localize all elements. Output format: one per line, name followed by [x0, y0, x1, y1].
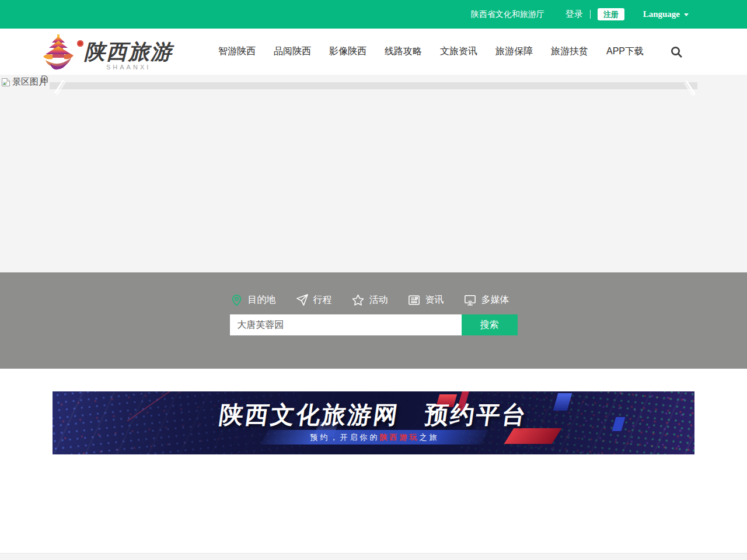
tab-activities[interactable]: 活动: [351, 293, 388, 307]
top-utility-bar: 陕西省文化和旅游厅 登录 注册 Language: [0, 0, 747, 29]
paper-plane-icon: [295, 293, 309, 307]
red-seal-icon: [77, 40, 83, 47]
nav-item-read-shaanxi[interactable]: 品阅陕西: [274, 46, 311, 58]
hero-carousel: 景区图片: [0, 75, 747, 272]
nav-item-images[interactable]: 影像陕西: [329, 46, 366, 58]
tab-news[interactable]: 资讯: [407, 293, 444, 307]
logo-text: 陕西旅游 SHAANXI: [84, 33, 173, 71]
tab-label: 目的地: [248, 294, 276, 306]
mini-broken-image-icon: [41, 75, 48, 83]
banner-title: 陕西文化旅游网 预约平台: [53, 399, 694, 431]
tab-itinerary[interactable]: 行程: [295, 293, 332, 307]
tab-label: 行程: [313, 294, 332, 306]
language-selector[interactable]: Language: [643, 9, 689, 19]
chevron-down-icon: [684, 13, 689, 16]
destination-search-panel: 目的地 行程 活动: [0, 272, 747, 369]
nav-item-poverty-relief[interactable]: 旅游扶贫: [551, 46, 588, 58]
footer-strip: [0, 553, 747, 560]
nav-item-app-download[interactable]: APP下载: [606, 46, 644, 58]
subtitle-prefix: 预约，开启你的: [310, 433, 380, 442]
tab-destination[interactable]: 目的地: [230, 293, 276, 307]
pagoda-logo-icon: [41, 33, 76, 71]
broken-image-icon: [1, 78, 11, 87]
search-button[interactable]: 搜索: [462, 314, 518, 335]
monitor-icon: [463, 293, 477, 307]
broken-image-placeholder: 景区图片: [1, 76, 47, 88]
search-input[interactable]: [230, 314, 462, 335]
location-pin-icon: [230, 293, 243, 307]
star-icon: [351, 293, 365, 307]
main-nav: 智游陕西 品阅陕西 影像陕西 线路攻略 文旅资讯 旅游保障 旅游扶贫 APP下载: [218, 46, 644, 58]
news-icon: [407, 293, 421, 307]
main-header: 陕西旅游 SHAANXI 智游陕西 品阅陕西 影像陕西 线路攻略 文旅资讯 旅游…: [0, 29, 747, 75]
nav-item-smart-tour[interactable]: 智游陕西: [218, 46, 256, 58]
header-search-button[interactable]: [669, 45, 683, 59]
gov-department-link[interactable]: 陕西省文化和旅游厅: [471, 9, 544, 20]
carousel-track-bar: [50, 82, 697, 89]
subtitle-highlight: 陕西游玩: [380, 433, 420, 442]
register-button[interactable]: 注册: [598, 8, 624, 21]
divider: [590, 10, 591, 19]
tab-label: 资讯: [425, 294, 444, 306]
site-logo[interactable]: 陕西旅游 SHAANXI: [41, 33, 173, 71]
nav-item-routes[interactable]: 线路攻略: [385, 46, 422, 58]
search-category-tabs: 目的地 行程 活动: [230, 293, 518, 307]
tab-multimedia[interactable]: 多媒体: [463, 293, 509, 307]
tab-label: 活动: [369, 294, 388, 306]
shaanxi-tourism-homepage: 陕西省文化和旅游厅 登录 注册 Language: [0, 0, 747, 560]
logo-title: 陕西旅游: [84, 41, 173, 62]
search-bar: 搜索: [230, 314, 518, 335]
search-icon: [669, 45, 683, 59]
tab-label: 多媒体: [481, 294, 509, 306]
subtitle-suffix: 之旅: [420, 433, 439, 442]
login-link[interactable]: 登录: [566, 9, 583, 20]
nav-item-culture-news[interactable]: 文旅资讯: [440, 46, 477, 58]
language-label: Language: [643, 9, 680, 19]
logo-subtitle: SHAANXI: [106, 64, 173, 71]
reservation-platform-banner[interactable]: 陕西文化旅游网 预约平台 预约，开启你的陕西游玩之旅: [53, 391, 694, 454]
banner-subtitle: 预约，开启你的陕西游玩之旅: [264, 430, 485, 444]
nav-item-travel-security[interactable]: 旅游保障: [495, 46, 533, 58]
